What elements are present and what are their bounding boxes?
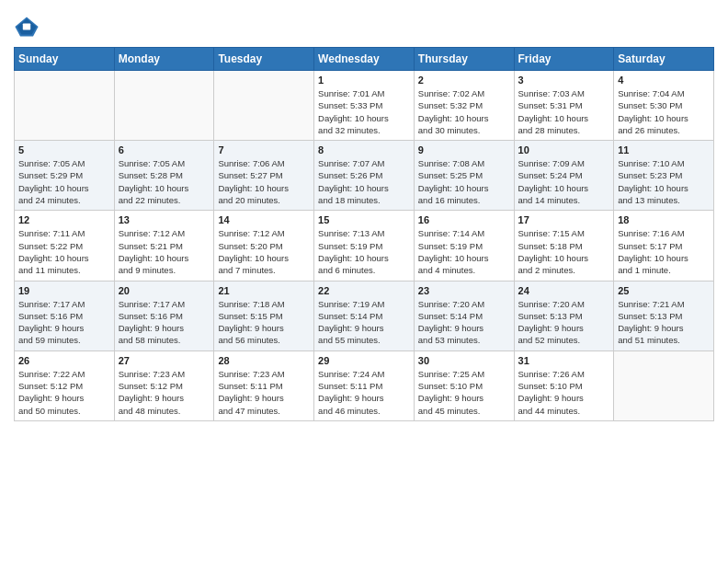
page-container: SundayMondayTuesdayWednesdayThursdayFrid…: [0, 0, 728, 435]
day-number: 25: [618, 285, 710, 296]
day-number: 5: [18, 144, 110, 155]
day-of-week-header: Wednesday: [314, 48, 415, 71]
day-info: Sunrise: 7:15 AM Sunset: 5:18 PM Dayligh…: [518, 227, 610, 276]
svg-rect-3: [23, 24, 30, 30]
day-info: Sunrise: 7:16 AM Sunset: 5:17 PM Dayligh…: [618, 227, 710, 276]
calendar-cell: 28Sunrise: 7:23 AM Sunset: 5:11 PM Dayli…: [214, 350, 314, 420]
calendar-cell: 29Sunrise: 7:24 AM Sunset: 5:11 PM Dayli…: [314, 350, 415, 420]
day-number: 4: [618, 75, 710, 86]
calendar-cell: 10Sunrise: 7:09 AM Sunset: 5:24 PM Dayli…: [514, 141, 614, 211]
calendar-week-row: 1Sunrise: 7:01 AM Sunset: 5:33 PM Daylig…: [15, 71, 714, 141]
day-info: Sunrise: 7:14 AM Sunset: 5:19 PM Dayligh…: [418, 227, 510, 276]
calendar-header-row: SundayMondayTuesdayWednesdayThursdayFrid…: [15, 48, 714, 71]
calendar-cell: 18Sunrise: 7:16 AM Sunset: 5:17 PM Dayli…: [614, 211, 714, 281]
day-number: 30: [418, 355, 510, 366]
day-number: 26: [18, 355, 110, 366]
day-info: Sunrise: 7:09 AM Sunset: 5:24 PM Dayligh…: [518, 157, 610, 206]
day-number: 22: [318, 285, 410, 296]
calendar-cell: 27Sunrise: 7:23 AM Sunset: 5:12 PM Dayli…: [114, 350, 214, 420]
day-info: Sunrise: 7:04 AM Sunset: 5:30 PM Dayligh…: [618, 87, 710, 136]
day-number: 17: [518, 214, 610, 225]
day-number: 7: [218, 144, 310, 155]
calendar-cell: 14Sunrise: 7:12 AM Sunset: 5:20 PM Dayli…: [214, 211, 314, 281]
calendar-cell: 6Sunrise: 7:05 AM Sunset: 5:28 PM Daylig…: [114, 141, 214, 211]
day-info: Sunrise: 7:10 AM Sunset: 5:23 PM Dayligh…: [618, 157, 710, 206]
calendar-table: SundayMondayTuesdayWednesdayThursdayFrid…: [14, 47, 714, 421]
calendar-cell: 17Sunrise: 7:15 AM Sunset: 5:18 PM Dayli…: [514, 211, 614, 281]
day-info: Sunrise: 7:08 AM Sunset: 5:25 PM Dayligh…: [418, 157, 510, 206]
day-info: Sunrise: 7:07 AM Sunset: 5:26 PM Dayligh…: [318, 157, 410, 206]
day-info: Sunrise: 7:11 AM Sunset: 5:22 PM Dayligh…: [18, 227, 110, 276]
calendar-cell: 16Sunrise: 7:14 AM Sunset: 5:19 PM Dayli…: [414, 211, 514, 281]
calendar-cell: 25Sunrise: 7:21 AM Sunset: 5:13 PM Dayli…: [614, 281, 714, 350]
day-info: Sunrise: 7:01 AM Sunset: 5:33 PM Dayligh…: [318, 87, 410, 136]
calendar-cell: 8Sunrise: 7:07 AM Sunset: 5:26 PM Daylig…: [314, 141, 415, 211]
day-number: 27: [119, 355, 210, 366]
day-number: 8: [318, 144, 410, 155]
day-number: 11: [618, 144, 710, 155]
day-info: Sunrise: 7:22 AM Sunset: 5:12 PM Dayligh…: [18, 368, 110, 417]
day-info: Sunrise: 7:06 AM Sunset: 5:27 PM Dayligh…: [218, 157, 310, 206]
day-info: Sunrise: 7:05 AM Sunset: 5:29 PM Dayligh…: [18, 157, 110, 206]
calendar-cell: 19Sunrise: 7:17 AM Sunset: 5:16 PM Dayli…: [15, 281, 115, 350]
day-number: 9: [418, 144, 510, 155]
calendar-week-row: 12Sunrise: 7:11 AM Sunset: 5:22 PM Dayli…: [15, 211, 714, 281]
calendar-cell: 26Sunrise: 7:22 AM Sunset: 5:12 PM Dayli…: [15, 350, 115, 420]
day-info: Sunrise: 7:21 AM Sunset: 5:13 PM Dayligh…: [618, 298, 710, 347]
calendar-cell: 3Sunrise: 7:03 AM Sunset: 5:31 PM Daylig…: [514, 71, 614, 141]
day-info: Sunrise: 7:20 AM Sunset: 5:14 PM Dayligh…: [418, 298, 510, 347]
calendar-cell: 23Sunrise: 7:20 AM Sunset: 5:14 PM Dayli…: [414, 281, 514, 350]
day-number: 23: [418, 285, 510, 296]
calendar-cell: 13Sunrise: 7:12 AM Sunset: 5:21 PM Dayli…: [114, 211, 214, 281]
day-info: Sunrise: 7:24 AM Sunset: 5:11 PM Dayligh…: [318, 368, 410, 417]
calendar-cell: 5Sunrise: 7:05 AM Sunset: 5:29 PM Daylig…: [15, 141, 115, 211]
page-header: [14, 9, 714, 40]
day-number: 3: [518, 75, 610, 86]
day-number: 2: [418, 75, 510, 86]
calendar-cell: 31Sunrise: 7:26 AM Sunset: 5:10 PM Dayli…: [514, 350, 614, 420]
day-of-week-header: Monday: [114, 48, 214, 71]
day-number: 18: [618, 214, 710, 225]
day-info: Sunrise: 7:02 AM Sunset: 5:32 PM Dayligh…: [418, 87, 510, 136]
day-number: 1: [318, 75, 410, 86]
day-number: 19: [18, 285, 110, 296]
calendar-week-row: 5Sunrise: 7:05 AM Sunset: 5:29 PM Daylig…: [15, 141, 714, 211]
day-number: 14: [218, 214, 310, 225]
day-info: Sunrise: 7:13 AM Sunset: 5:19 PM Dayligh…: [318, 227, 410, 276]
day-of-week-header: Saturday: [614, 48, 714, 71]
day-of-week-header: Tuesday: [214, 48, 314, 71]
calendar-cell: [614, 350, 714, 420]
day-info: Sunrise: 7:25 AM Sunset: 5:10 PM Dayligh…: [418, 368, 510, 417]
day-number: 28: [218, 355, 310, 366]
day-number: 16: [418, 214, 510, 225]
calendar-body: 1Sunrise: 7:01 AM Sunset: 5:33 PM Daylig…: [15, 71, 714, 421]
day-info: Sunrise: 7:05 AM Sunset: 5:28 PM Dayligh…: [119, 157, 210, 206]
calendar-cell: 11Sunrise: 7:10 AM Sunset: 5:23 PM Dayli…: [614, 141, 714, 211]
calendar-cell: 4Sunrise: 7:04 AM Sunset: 5:30 PM Daylig…: [614, 71, 714, 141]
day-info: Sunrise: 7:19 AM Sunset: 5:14 PM Dayligh…: [318, 298, 410, 347]
day-info: Sunrise: 7:12 AM Sunset: 5:20 PM Dayligh…: [218, 227, 310, 276]
day-info: Sunrise: 7:18 AM Sunset: 5:15 PM Dayligh…: [218, 298, 310, 347]
day-info: Sunrise: 7:23 AM Sunset: 5:12 PM Dayligh…: [119, 368, 210, 417]
calendar-cell: 30Sunrise: 7:25 AM Sunset: 5:10 PM Dayli…: [414, 350, 514, 420]
day-info: Sunrise: 7:03 AM Sunset: 5:31 PM Dayligh…: [518, 87, 610, 136]
calendar-cell: 21Sunrise: 7:18 AM Sunset: 5:15 PM Dayli…: [214, 281, 314, 350]
calendar-cell: 12Sunrise: 7:11 AM Sunset: 5:22 PM Dayli…: [15, 211, 115, 281]
day-number: 6: [119, 144, 210, 155]
day-number: 10: [518, 144, 610, 155]
calendar-cell: [114, 71, 214, 141]
day-number: 21: [218, 285, 310, 296]
day-number: 24: [518, 285, 610, 296]
calendar-cell: 2Sunrise: 7:02 AM Sunset: 5:32 PM Daylig…: [414, 71, 514, 141]
day-number: 31: [518, 355, 610, 366]
calendar-cell: 7Sunrise: 7:06 AM Sunset: 5:27 PM Daylig…: [214, 141, 314, 211]
day-number: 12: [18, 214, 110, 225]
logo-icon: [14, 14, 40, 40]
day-info: Sunrise: 7:26 AM Sunset: 5:10 PM Dayligh…: [518, 368, 610, 417]
calendar-cell: 15Sunrise: 7:13 AM Sunset: 5:19 PM Dayli…: [314, 211, 415, 281]
calendar-cell: 9Sunrise: 7:08 AM Sunset: 5:25 PM Daylig…: [414, 141, 514, 211]
calendar-cell: [15, 71, 115, 141]
logo: [14, 14, 43, 40]
day-number: 13: [119, 214, 210, 225]
day-of-week-header: Thursday: [414, 48, 514, 71]
